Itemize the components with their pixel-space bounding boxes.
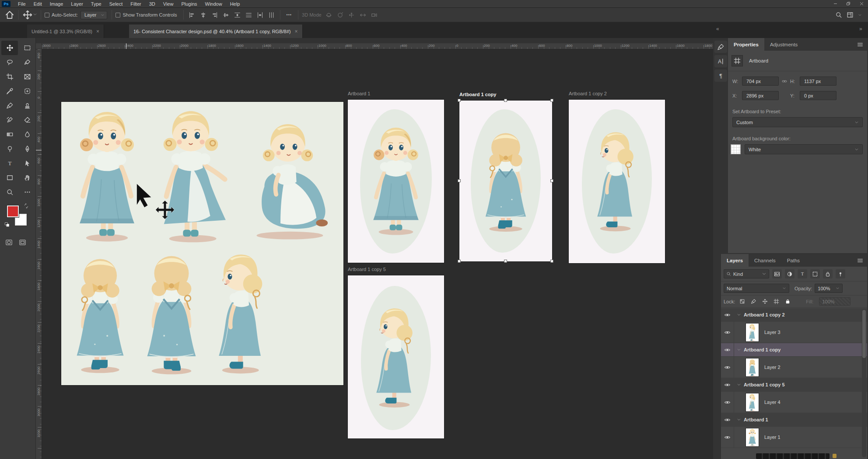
pen-tool[interactable] — [19, 142, 35, 156]
visibility-toggle[interactable] — [721, 413, 734, 426]
artboard-artboard-1[interactable] — [348, 100, 444, 263]
artboard-group-row[interactable]: Artboard 1 copy 2 — [721, 308, 867, 322]
layer-thumbnail[interactable] — [746, 393, 759, 411]
clone-stamp-tool[interactable] — [19, 98, 35, 113]
lock-image-pixels-button[interactable] — [749, 298, 757, 306]
tab-properties[interactable]: Properties — [728, 38, 764, 51]
artboard-artboard-1-copy[interactable] — [459, 101, 552, 261]
photoshop-logo-icon[interactable]: Ps — [2, 1, 10, 7]
layer-thumbnail[interactable] — [746, 428, 759, 446]
edit-toolbar[interactable] — [19, 185, 35, 199]
blur-tool[interactable] — [19, 127, 35, 142]
pixel-layer-filter-button[interactable] — [772, 269, 782, 278]
panel-menu-icon[interactable] — [857, 41, 864, 48]
height-field[interactable]: 1137 px — [800, 76, 836, 86]
history-brush-tool[interactable] — [1, 113, 18, 127]
artboard-group-row[interactable]: Artboard 1 — [721, 413, 867, 427]
home-button[interactable] — [4, 10, 15, 20]
opacity-field[interactable]: 100% — [815, 284, 843, 293]
menu-item-type[interactable]: Type — [87, 0, 105, 8]
horizontal-ruler[interactable]: 3000280026002400220020001800160014001200… — [42, 43, 713, 49]
screen-mode-icon[interactable] — [19, 239, 26, 246]
align-right-button[interactable] — [210, 10, 220, 20]
layer-row[interactable]: Layer 3 — [721, 322, 867, 343]
visibility-toggle[interactable] — [721, 392, 734, 413]
menu-item-select[interactable]: Select — [105, 0, 127, 8]
vertical-ruler[interactable]: 4002000200400600800100012001400160018002… — [36, 49, 42, 459]
auto-select-checkbox[interactable] — [45, 13, 49, 17]
menu-item-image[interactable]: Image — [46, 0, 67, 8]
align-center-v-button[interactable] — [221, 10, 231, 20]
layer-row[interactable]: Layer 1 — [721, 427, 867, 448]
eraser-tool[interactable] — [19, 113, 35, 127]
blend-mode-dropdown[interactable]: Normal — [724, 284, 789, 293]
artboard-group-row[interactable]: Artboard 1 copy — [721, 343, 867, 357]
tab-layers[interactable]: Layers — [721, 254, 749, 267]
menu-item-edit[interactable]: Edit — [30, 0, 46, 8]
selection-handle[interactable] — [550, 99, 553, 102]
tab-channels[interactable]: Channels — [749, 254, 781, 267]
layer-row[interactable]: Layer 4 — [721, 392, 867, 413]
3d-roll-button[interactable] — [336, 10, 345, 20]
quick-selection-tool[interactable] — [19, 55, 35, 70]
distribute-v-button[interactable] — [244, 10, 254, 20]
selection-handle[interactable] — [504, 260, 507, 263]
y-field[interactable]: 0 px — [800, 91, 836, 100]
collapse-dock-right-chevron[interactable]: » — [859, 26, 862, 32]
menu-item-window[interactable]: Window — [201, 0, 226, 8]
layer-filter-kind-dropdown[interactable]: Kind — [724, 269, 769, 278]
document-tab-untitled[interactable]: Untitled-1 @ 33.3% (RGB/8) × — [27, 24, 104, 38]
artboard-bg-color-dropdown[interactable]: White — [745, 144, 863, 154]
paragraph-panel-button[interactable]: ¶ — [714, 70, 727, 82]
more-align-options-button[interactable]: ••• — [284, 13, 294, 17]
foreground-color-swatch[interactable] — [7, 205, 19, 217]
tab-adjustments[interactable]: Adjustments — [764, 38, 803, 51]
pasteboard[interactable]: Artboard 1Artboard 1 copyArtboard 1 copy… — [42, 49, 713, 459]
selection-handle[interactable] — [458, 260, 461, 263]
artboard-label[interactable]: Artboard 1 copy — [459, 92, 496, 98]
x-field[interactable]: 2896 px — [742, 91, 779, 100]
distribute-h-button[interactable] — [267, 10, 276, 20]
collapse-dock-left-chevron[interactable]: « — [716, 26, 719, 32]
quick-mask-mode-icon[interactable] — [5, 239, 13, 246]
brush-tool[interactable] — [1, 98, 18, 113]
adjustment-layer-filter-button[interactable] — [785, 269, 794, 278]
workspace-switcher-icon[interactable] — [847, 11, 854, 18]
3d-orbit-button[interactable] — [324, 10, 334, 20]
locked-layer-filter-button[interactable] — [823, 269, 833, 278]
menu-item-file[interactable]: File — [14, 0, 30, 8]
smart-object-filter-button[interactable] — [836, 269, 845, 278]
lasso-tool[interactable] — [1, 55, 18, 70]
character-panel-button[interactable]: A — [714, 55, 727, 67]
type-layer-filter-button[interactable]: T — [798, 269, 807, 278]
artboard-artboard-1-copy-2[interactable] — [569, 100, 665, 263]
artboard-artboard-1-copy-5[interactable] — [348, 275, 444, 438]
zoom-tool[interactable] — [1, 185, 18, 199]
expand-chevron[interactable] — [734, 382, 744, 387]
visibility-toggle[interactable] — [721, 308, 734, 321]
visibility-toggle[interactable] — [721, 357, 734, 378]
visibility-toggle[interactable] — [721, 378, 734, 391]
type-tool[interactable]: T — [1, 156, 18, 170]
close-window-button[interactable] — [855, 0, 868, 7]
panel-menu-icon[interactable] — [857, 257, 864, 264]
rectangle-tool[interactable] — [1, 170, 18, 185]
frame-tool[interactable] — [19, 70, 35, 84]
align-left-button[interactable] — [187, 10, 197, 20]
selection-handle[interactable] — [504, 99, 507, 102]
path-selection-tool[interactable] — [19, 156, 35, 170]
brush-settings-panel-button[interactable] — [714, 41, 727, 53]
align-center-h-button[interactable] — [199, 10, 208, 20]
selection-handle[interactable] — [458, 99, 461, 102]
gradient-tool[interactable] — [1, 127, 18, 142]
menu-item-3d[interactable]: 3D — [145, 0, 159, 8]
visibility-toggle[interactable] — [721, 322, 734, 343]
layer-thumbnail[interactable] — [746, 358, 759, 376]
expand-chevron[interactable] — [734, 348, 744, 352]
lock-position-button[interactable] — [761, 298, 769, 306]
restore-window-button[interactable] — [842, 0, 855, 7]
artboard-preset-dropdown[interactable]: Custom — [732, 117, 863, 127]
move-tool-preset-icon[interactable] — [22, 10, 33, 20]
search-icon[interactable] — [835, 11, 842, 18]
3d-slide-button[interactable] — [358, 10, 368, 20]
